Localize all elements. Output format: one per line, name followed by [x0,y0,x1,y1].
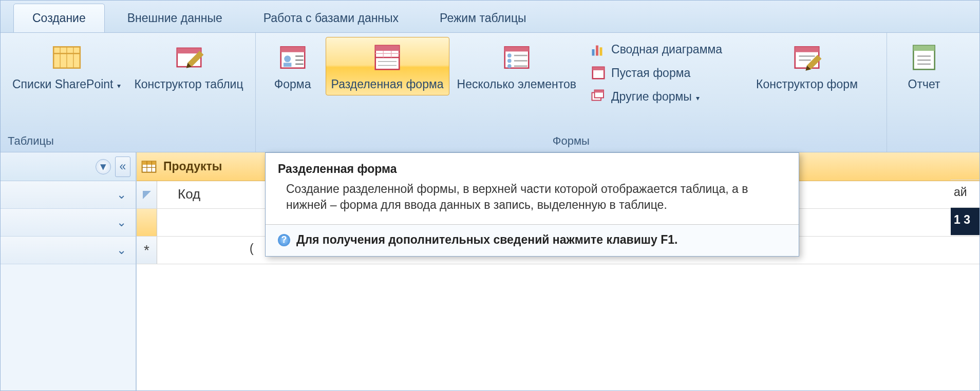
form-designer-icon [791,42,823,73]
ribbon-tabstrip: Создание Внешние данные Работа с базами … [1,1,979,33]
navigation-pane: ▾ « ⌄ ⌄ ⌄ [1,152,137,390]
svg-point-28 [507,59,512,63]
svg-rect-10 [280,47,305,52]
tab-database-label: Работа с базами данных [263,11,399,25]
svg-point-30 [507,64,512,68]
ribbon-group-reports: Отчет [887,33,979,152]
more-forms-label: Другие формы ▾ [611,90,700,104]
new-row-star-icon: * [144,242,149,259]
ribbon-group-forms: Форма Разделенная форма [256,33,887,152]
ribbon-group-reports-label [892,146,974,151]
main-content: Продукты Код * ( [137,152,979,390]
split-form-icon [371,42,403,73]
tab-external-label: Внешние данные [127,11,222,25]
blank-form-button[interactable]: Пустая форма [586,63,727,83]
tooltip-footer-text: Для получения дополнительных сведений на… [296,233,677,247]
sharepoint-table-icon [51,42,83,73]
navpane-menu-button[interactable]: ▾ [96,159,111,174]
datasheet-tab-title: Продукты [163,160,222,173]
navpane-header: ▾ « [1,152,136,181]
multiple-items-button[interactable]: Несколько элементов [451,37,582,95]
help-icon: ? [278,234,290,246]
split-form-label: Разделенная форма [331,77,444,91]
form-label: Форма [274,77,311,91]
form-designer-label: Конструктор форм [756,77,858,91]
sharepoint-lists-button[interactable]: Списки SharePoint ▾ [7,37,126,95]
table-designer-button[interactable]: Конструктор таблиц [128,37,249,95]
multiple-items-label: Несколько элементов [457,77,576,91]
svg-rect-6 [177,48,201,53]
document-area: ▾ « ⌄ ⌄ ⌄ Продукты [1,152,979,390]
cell[interactable] [157,209,176,236]
tooltip-title: Разделенная форма [266,153,799,181]
navpane-collapse-button[interactable]: « [115,157,130,177]
navpane-group-1[interactable]: ⌄ [1,181,136,209]
svg-rect-47 [913,46,934,51]
svg-rect-52 [142,161,156,165]
chevron-left-icon: « [120,160,126,173]
tab-database-tools[interactable]: Работа с базами данных [245,4,417,32]
datasheet-icon [141,159,157,175]
obscured-cell-1: ай [951,180,979,208]
select-all-icon [142,190,152,200]
row-selector-new[interactable]: * [137,237,157,264]
svg-rect-32 [592,49,595,56]
tab-external-data[interactable]: Внешние данные [109,4,241,32]
tab-datasheet-label: Режим таблицы [440,11,526,25]
obscured-right-edge: ай 1 3 [951,152,979,236]
more-forms-icon [591,89,606,104]
dropdown-arrow-icon: ▾ [694,94,700,102]
ribbon-group-tables: Списки SharePoint ▾ Конструктор таблиц Т… [1,33,256,152]
form-icon [277,42,309,73]
app-window: Создание Внешние данные Работа с базами … [0,0,980,391]
chevron-down-icon: ▾ [100,160,106,173]
report-icon [908,42,940,73]
sharepoint-lists-label: Списки SharePoint ▾ [12,77,121,91]
obscured-cell-2: 1 3 [951,208,979,236]
pivot-chart-icon [591,42,606,57]
chevron-expand-icon: ⌄ [117,243,126,257]
report-button[interactable]: Отчет [893,37,955,95]
svg-rect-41 [795,47,819,52]
blank-form-label: Пустая форма [611,66,690,80]
svg-point-11 [284,55,291,62]
tooltip-footer: ? Для получения дополнительных сведений … [266,225,799,256]
tooltip-split-form: Разделенная форма Создание разделенной ф… [265,152,799,257]
tooltip-body: Создание разделенной формы, в верхней ча… [266,181,799,225]
more-forms-button[interactable]: Другие формы ▾ [586,86,727,107]
pivot-chart-button[interactable]: Сводная диаграмма [586,39,727,60]
report-label: Отчет [908,77,940,91]
cell-new[interactable]: ( [157,237,263,264]
tab-create[interactable]: Создание [13,4,105,32]
svg-rect-39 [595,90,604,93]
svg-rect-25 [505,47,529,51]
pivot-chart-label: Сводная диаграмма [611,43,722,56]
navpane-group-3[interactable]: ⌄ [1,237,136,264]
tab-create-label: Создание [32,11,86,25]
select-all-cell[interactable] [137,181,157,208]
split-form-button[interactable]: Разделенная форма [326,37,449,95]
obscured-header [951,152,979,180]
row-selector-current[interactable] [137,209,157,236]
form-button[interactable]: Форма [262,37,324,95]
form-designer-button[interactable]: Конструктор форм [750,37,863,95]
table-designer-icon [173,42,205,73]
svg-rect-36 [593,67,605,70]
tab-datasheet-mode[interactable]: Режим таблицы [421,4,544,32]
ribbon-group-tables-label: Таблицы [6,132,250,151]
chevron-expand-icon: ⌄ [117,216,126,229]
multiple-items-icon [501,42,533,73]
svg-rect-34 [600,47,602,55]
ribbon: Списки SharePoint ▾ Конструктор таблиц Т… [1,33,979,152]
blank-form-icon [591,65,606,81]
svg-rect-33 [596,46,598,56]
svg-point-26 [507,53,512,57]
svg-marker-56 [143,191,151,199]
dropdown-arrow-icon: ▾ [116,82,121,90]
column-header-code[interactable]: Код [157,181,210,208]
navpane-group-2[interactable]: ⌄ [1,209,136,237]
table-designer-label: Конструктор таблиц [134,77,243,91]
forms-quick-list: Сводная диаграмма Пустая форма [583,36,730,110]
chevron-expand-icon: ⌄ [117,188,126,202]
svg-rect-17 [375,46,400,51]
